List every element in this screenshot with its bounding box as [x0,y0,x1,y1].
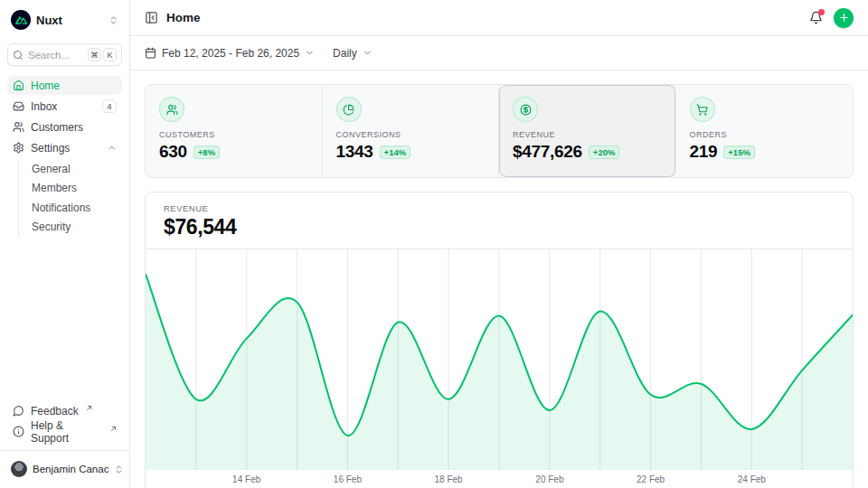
inbox-icon [13,100,24,112]
nuxt-logo-icon [11,10,31,30]
sidebar: Nuxt Search... ⌘ K Home Inbox 4 [0,0,130,488]
stat-card-orders[interactable]: ORDERS 219 +15% [676,85,854,177]
chevron-down-icon [363,48,373,58]
delta-badge: +20% [589,145,620,159]
filterbar: Feb 12, 2025 - Feb 26, 2025 Daily [130,36,868,70]
chevron-down-icon [305,48,315,58]
cart-icon [690,97,715,122]
stat-card-customers[interactable]: CUSTOMERS 630 +8% [146,85,323,177]
footer-link-label: Feedback [31,405,79,418]
home-icon [13,80,24,91]
stat-label: CONVERSIONS [336,130,486,139]
stats-row: CUSTOMERS 630 +8% CONVERSIONS 1343 +14% [145,84,854,178]
delta-badge: +15% [723,145,755,159]
external-link-icon [110,426,117,432]
avatar [11,461,27,477]
inbox-count-badge: 4 [102,99,117,113]
brand-name: Nuxt [36,14,62,27]
x-tick-label: 18 Feb [435,474,463,484]
chevrons-up-down-icon [108,15,118,25]
stat-value: $477,626 [513,142,582,162]
message-bubble-icon [13,405,24,417]
user-name: Benjamin Canac [33,464,108,474]
kbd-meta: ⌘ [88,48,101,61]
settings-subtree: General Members Notifications Security [18,159,122,237]
dollar-circle-icon [513,97,538,122]
topbar: Home [130,0,868,36]
period-value: Daily [333,47,357,60]
notifications-button[interactable] [809,11,823,24]
stat-label: CUSTOMERS [159,130,308,139]
kbd-k: K [103,48,117,61]
sidebar-item-label: Home [31,80,60,92]
x-tick-label: 24 Feb [738,474,766,484]
period-select[interactable]: Daily [333,47,373,60]
stat-value: 1343 [336,142,373,162]
area-chart-svg [146,249,853,470]
revenue-area-chart[interactable] [146,249,853,470]
panel-collapse-icon[interactable] [145,11,158,24]
delta-badge: +14% [380,145,411,159]
stat-value: 630 [159,142,187,162]
x-tick-label: 14 Feb [232,474,260,484]
notification-dot [818,9,825,15]
revenue-chart-card: REVENUE $76,544 14 Feb16 Feb18 Feb20 Feb… [145,192,854,488]
delta-badge: +8% [193,145,220,159]
sidebar-item-members[interactable]: Members [19,179,122,199]
chevrons-up-down-icon [114,465,124,474]
sidebar-item-label: Inbox [31,100,57,113]
content: CUSTOMERS 630 +8% CONVERSIONS 1343 +14% [130,70,868,488]
sidebar-item-home[interactable]: Home [7,76,122,95]
page-title: Home [166,11,201,24]
sidebar-item-inbox[interactable]: Inbox 4 [7,97,122,116]
team-switcher[interactable]: Nuxt [7,8,122,30]
chevron-up-icon [107,143,117,153]
main-area: Home Feb 12, 2025 - Feb 26, 2025 Daily [130,0,868,488]
pie-chart-icon [336,97,362,122]
chart-metric-label: REVENUE [164,203,835,213]
date-range-value: Feb 12, 2025 - Feb 26, 2025 [162,47,299,60]
stat-card-revenue[interactable]: REVENUE $477,626 +20% [499,85,676,177]
search-placeholder: Search... [28,50,70,61]
x-tick-label: 20 Feb [535,474,563,484]
sidebar-nav: Home Inbox 4 Customers Settings Genera [7,76,122,237]
stat-value: 219 [690,142,718,162]
info-icon [13,426,24,437]
user-menu[interactable]: Benjamin Canac [7,453,122,479]
search-input[interactable]: Search... ⌘ K [7,43,122,66]
date-range-picker[interactable]: Feb 12, 2025 - Feb 26, 2025 [145,47,315,60]
search-icon [13,50,24,61]
help-support-link[interactable]: Help & Support [7,422,122,441]
feedback-link[interactable]: Feedback [7,401,122,420]
x-axis-labels: 14 Feb16 Feb18 Feb20 Feb22 Feb24 Feb [146,470,853,488]
footer-link-label: Help & Support [31,419,103,445]
sidebar-item-settings[interactable]: Settings [7,138,122,157]
calendar-icon [145,47,156,59]
sidebar-item-customers[interactable]: Customers [7,117,122,136]
external-link-icon [86,405,92,411]
x-tick-label: 22 Feb [637,474,665,484]
users-icon [13,121,24,133]
add-button[interactable] [834,8,854,28]
sidebar-item-general[interactable]: General [19,159,122,179]
chart-metric-value: $76,544 [164,215,835,239]
stat-card-conversions[interactable]: CONVERSIONS 1343 +14% [323,85,500,177]
sidebar-footer: Feedback Help & Support Benjamin Canac [7,401,122,479]
sidebar-item-notifications[interactable]: Notifications [19,198,122,218]
sidebar-item-label: Customers [31,121,83,134]
stat-label: REVENUE [513,130,662,139]
divider [0,450,129,451]
chart-header: REVENUE $76,544 [146,192,853,249]
sidebar-item-security[interactable]: Security [19,218,122,238]
x-tick-label: 16 Feb [334,474,362,484]
stat-label: ORDERS [690,130,840,139]
users-icon [159,97,184,122]
gear-icon [13,142,24,154]
plus-icon [838,12,850,23]
sidebar-item-label: Settings [31,142,70,155]
